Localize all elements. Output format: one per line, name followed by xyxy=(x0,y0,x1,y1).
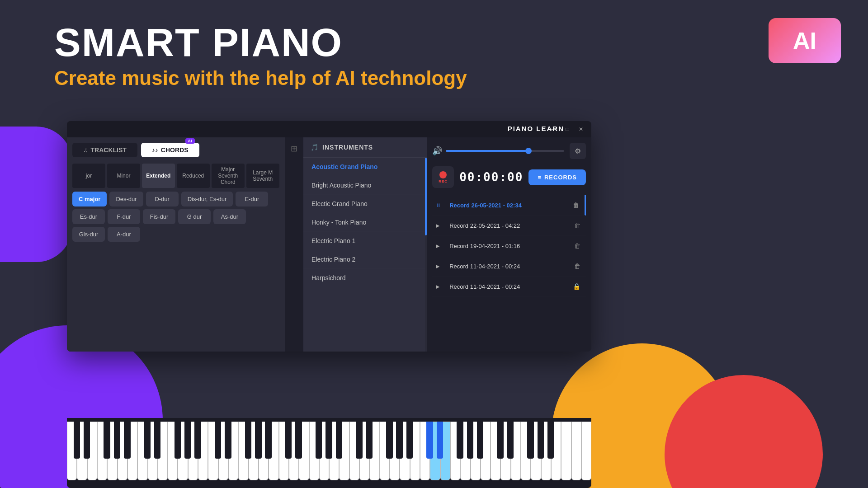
instrument-electric-grand[interactable]: Electic Grand Piano xyxy=(303,195,427,213)
tab-chords[interactable]: AI ♪♪ CHORDS xyxy=(141,143,199,157)
key-a-dur[interactable]: A-dur xyxy=(108,227,140,242)
list-icon: ≡ xyxy=(538,174,542,181)
record-item-5[interactable]: ▶ Record 11-04-2021 - 00:24 🔒 xyxy=(432,277,586,297)
grid-icon: ⊞ xyxy=(291,144,297,154)
black-key-4-3[interactable] xyxy=(396,422,403,459)
black-key-1-4[interactable] xyxy=(194,422,201,459)
black-key-2-2[interactable] xyxy=(245,422,252,459)
volume-slider[interactable] xyxy=(446,150,564,152)
instrument-acoustic-grand[interactable]: Acoustic Grand Piano xyxy=(303,158,427,176)
tab-bar: ♫ TRACKLIST AI ♪♪ CHORDS xyxy=(72,143,279,157)
app-window: PIANO LEARN — □ ✕ ♫ TRACKLIST AI ♪♪ CHOR… xyxy=(67,121,591,352)
close-button[interactable]: ✕ xyxy=(578,126,584,132)
delete-record-5[interactable]: 🔒 xyxy=(571,281,582,292)
rec-button[interactable]: REC xyxy=(432,166,454,188)
black-key-5-0[interactable] xyxy=(426,422,433,459)
white-key-50[interactable] xyxy=(571,422,581,480)
key-fis-dur[interactable]: Fis-dur xyxy=(143,209,175,224)
black-key-1-1[interactable] xyxy=(154,422,161,459)
record-item-2[interactable]: ▶ Record 22-05-2021 - 04:22 🗑 xyxy=(432,216,586,236)
instrument-electric-piano-2[interactable]: Electric Piano 2 xyxy=(303,250,427,269)
black-key-6-0[interactable] xyxy=(497,422,504,459)
filter-reduced[interactable]: Reduced xyxy=(177,164,210,188)
black-key-0-0[interactable] xyxy=(74,422,80,459)
tab-tracklist-label: TRACKLIST xyxy=(91,146,127,154)
black-key-4-0[interactable] xyxy=(356,422,363,459)
record-item-4[interactable]: ▶ Record 11-04-2021 - 00:24 🗑 xyxy=(432,256,586,277)
black-key-4-2[interactable] xyxy=(386,422,393,459)
maximize-button[interactable]: □ xyxy=(564,126,571,132)
instrument-electric-piano-1[interactable]: Electric Piano 1 xyxy=(303,232,427,250)
play-icon-3: ▶ xyxy=(436,243,445,249)
app-title: SMART PIANO xyxy=(54,23,467,62)
gear-icon: ⚙ xyxy=(575,147,581,155)
ai-badge: AI xyxy=(769,18,841,63)
key-as-dur[interactable]: As-dur xyxy=(213,209,246,224)
key-f-dur[interactable]: F-dur xyxy=(108,209,140,224)
delete-record-2[interactable]: 🗑 xyxy=(572,220,582,231)
records-list: ⏸ Record 26-05-2021 - 02:34 🗑 ▶ Record 2… xyxy=(432,195,586,346)
black-key-2-0[interactable] xyxy=(215,422,222,459)
black-key-2-3[interactable] xyxy=(255,422,262,459)
black-key-3-1[interactable] xyxy=(295,422,302,459)
black-key-3-2[interactable] xyxy=(316,422,322,459)
black-key-3-0[interactable] xyxy=(285,422,292,459)
black-key-5-1[interactable] xyxy=(437,422,443,459)
delete-record-1[interactable]: 🗑 xyxy=(571,200,581,211)
black-key-6-1[interactable] xyxy=(507,422,514,459)
record-item-1[interactable]: ⏸ Record 26-05-2021 - 02:34 🗑 xyxy=(432,195,586,216)
black-key-4-4[interactable] xyxy=(406,422,413,459)
top-controls: 🔊 ⚙ xyxy=(432,143,586,159)
records-button[interactable]: ≡ RECORDS xyxy=(528,169,586,185)
instrument-bright-acoustic[interactable]: Bright Acoustic Piano xyxy=(303,176,427,195)
key-c-major[interactable]: C major xyxy=(72,192,107,206)
key-es-dur[interactable]: Es-dur xyxy=(72,209,105,224)
filter-minor[interactable]: Minor xyxy=(107,164,140,188)
instrument-harpsichord[interactable]: Harpsichord xyxy=(303,269,427,287)
black-key-6-2[interactable] xyxy=(527,422,534,459)
key-e-dur[interactable]: E-dur xyxy=(236,192,268,206)
black-key-1-2[interactable] xyxy=(175,422,181,459)
settings-button[interactable]: ⚙ xyxy=(570,143,586,159)
black-key-3-4[interactable] xyxy=(336,422,343,459)
black-key-5-4[interactable] xyxy=(477,422,484,459)
black-key-6-3[interactable] xyxy=(538,422,544,459)
black-key-1-0[interactable] xyxy=(144,422,151,459)
black-key-0-1[interactable] xyxy=(84,422,90,459)
key-dis-es-dur[interactable]: Dis-dur, Es-dur xyxy=(181,192,233,206)
ai-pill: AI xyxy=(185,138,195,144)
white-key-49[interactable] xyxy=(561,422,571,480)
key-g-dur[interactable]: G dur xyxy=(178,209,211,224)
black-key-3-3[interactable] xyxy=(326,422,332,459)
tracklist-icon: ♫ xyxy=(83,146,88,154)
black-key-5-3[interactable] xyxy=(467,422,474,459)
black-key-6-4[interactable] xyxy=(547,422,554,459)
key-gis-dur[interactable]: Gis-dur xyxy=(72,227,105,242)
key-filter-row: jor Minor Extended Reduced Major Seventh… xyxy=(72,164,279,188)
black-key-0-4[interactable] xyxy=(124,422,131,459)
black-key-0-3[interactable] xyxy=(114,422,121,459)
instrument-honky-tonk[interactable]: Honky - Tonk Piano xyxy=(303,213,427,232)
black-key-0-2[interactable] xyxy=(104,422,110,459)
black-key-2-1[interactable] xyxy=(225,422,231,459)
left-panel: ♫ TRACKLIST AI ♪♪ CHORDS jor Minor Exten… xyxy=(67,137,285,352)
black-key-1-3[interactable] xyxy=(184,422,191,459)
black-key-2-4[interactable] xyxy=(265,422,272,459)
black-key-5-2[interactable] xyxy=(457,422,463,459)
key-des-dur[interactable]: Des-dur xyxy=(109,192,143,206)
filter-largem7[interactable]: Large M Seventh xyxy=(246,164,279,188)
tab-tracklist[interactable]: ♫ TRACKLIST xyxy=(72,143,137,157)
window-title: PIANO LEARN xyxy=(508,125,564,132)
black-key-4-1[interactable] xyxy=(366,422,373,459)
filter-jor[interactable]: jor xyxy=(72,164,105,188)
key-d-dur[interactable]: D-dur xyxy=(146,192,179,206)
record-label-3: Record 19-04-2021 - 01:16 xyxy=(449,243,568,249)
delete-record-3[interactable]: 🗑 xyxy=(572,240,582,251)
instruments-icon: 🎵 xyxy=(311,144,319,151)
record-item-3[interactable]: ▶ Record 19-04-2021 - 01:16 🗑 xyxy=(432,236,586,256)
delete-record-4[interactable]: 🗑 xyxy=(572,261,582,272)
white-key-51[interactable] xyxy=(581,422,591,480)
filter-extended[interactable]: Extended xyxy=(142,164,175,188)
app-body: ♫ TRACKLIST AI ♪♪ CHORDS jor Minor Exten… xyxy=(67,137,591,352)
filter-major7[interactable]: Major Seventh Chord xyxy=(212,164,245,188)
